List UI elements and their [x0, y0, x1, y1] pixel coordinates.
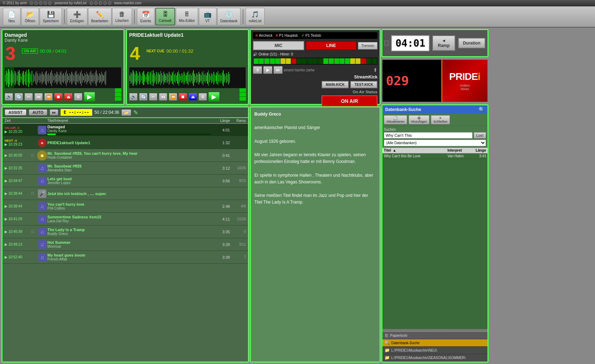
player1-pause-btn[interactable]: ⏸	[74, 93, 82, 101]
db-panel-title: Datenbank-Suche	[385, 107, 421, 112]
ramp-button[interactable]: ◄ Ramp	[432, 35, 455, 51]
title-bar: © 2011 by amh powered by mAirList www.ma…	[0, 0, 595, 6]
tb-neu-button[interactable]: 📄 Neu	[3, 8, 21, 25]
player1-waveform-svg	[5, 67, 121, 88]
player2-pause-btn[interactable]: ⏸	[198, 93, 207, 101]
table-row[interactable]: ▶ 10:30:55 ☐ ■ Mr. Saxobeat #ff26, You c…	[2, 149, 248, 162]
player2-eject-btn[interactable]: ⏏	[189, 93, 197, 101]
table-row[interactable]: ▶ 10:31:35 ♫ Mr. Saxobeat #ff26 Alexandr…	[2, 162, 248, 175]
pride-subtitle: Andershören.	[460, 84, 470, 91]
svg-rect-45	[53, 76, 54, 80]
player2-play-btn[interactable]: ▶	[208, 92, 220, 102]
streamkick-title: StreamKick	[322, 75, 377, 80]
search-input[interactable]	[384, 132, 473, 139]
playlist-edit-btn[interactable]: ✎	[133, 109, 138, 116]
tb-mixeditor-button[interactable]: 🎚 Mix-Editor	[176, 8, 198, 25]
sk-pause-btn[interactable]: ⏸	[253, 66, 262, 74]
svg-rect-13	[19, 70, 19, 86]
player2-loop-btn[interactable]: 🔄	[139, 93, 148, 101]
player2-start-btn[interactable]: ⏮	[159, 93, 167, 101]
player1-eject-btn[interactable]: ⏏	[64, 93, 73, 101]
player1-loop-btn[interactable]: 🔄	[15, 93, 23, 101]
db-folder-sommer[interactable]: 📁 L:\PRIDE1\Musikarchiv\SEASONAL\SOMMER\	[382, 354, 487, 362]
svg-rect-66	[76, 71, 76, 85]
player2-waveform	[129, 67, 246, 88]
player1-prev-btn[interactable]: ⏮	[34, 93, 43, 101]
table-row[interactable]: ▶ 10:34:47 ♫ Lets get loud Jennifer Lope…	[2, 175, 248, 187]
table-row[interactable]: NEXT -4 ▶ 10:29:23 ● PRIDE1aktuell Updat…	[2, 136, 248, 149]
db-folder-neu[interactable]: 📁 L:\PRIDE1\Musikarchiv\NEU\	[382, 347, 487, 354]
svg-rect-82	[93, 73, 93, 83]
db-aktualisieren-btn[interactable]: 🔄 Aktualisieren	[384, 115, 407, 124]
offnen-icon: 📂	[26, 11, 34, 18]
database-filter-select[interactable]: (Alle Datenbanken)	[384, 140, 486, 146]
tb-vt-button[interactable]: 📺 VT	[199, 8, 216, 25]
player2-scissors-btn[interactable]: ✂	[149, 93, 157, 101]
player2-back-btn[interactable]: ⏪	[169, 93, 177, 101]
svg-rect-164	[203, 71, 203, 85]
on-air-status-btn[interactable]: ON AIR	[322, 95, 377, 107]
sk-drag-hint: ement hierhin ziehe	[284, 68, 372, 72]
player1-back-btn[interactable]: ⏪	[44, 93, 53, 101]
tb-cartwall-button[interactable]: 🎛 Cartwall	[155, 8, 175, 25]
table-row[interactable]: ▶ 10:38:44 ♫ You can't hurry love Phil C…	[2, 200, 248, 213]
table-row[interactable]: ON AIR -3 ▶ 10:25:20 ♫ Damaged Danity Ka…	[2, 124, 248, 136]
tb-datenbank-button[interactable]: 💿 Datenbank	[217, 8, 241, 25]
test-kick-button[interactable]: TEST-KICK	[350, 81, 377, 88]
auto-button[interactable]: AUTO	[29, 109, 47, 116]
playlist-panel: ASSIST AUTO ⏭ E --:--:-- 50 / 22:04:36 📂…	[1, 106, 249, 363]
player1-play-btn[interactable]: ▶	[84, 92, 95, 102]
svg-rect-10	[16, 73, 16, 83]
tb-einfugen-button[interactable]: ➕ Einfügen	[67, 8, 87, 25]
player1-volume-btn[interactable]: 🔊	[5, 93, 13, 101]
table-row[interactable]: ▶ 10:45:39 ☐ ♫ The Lady Is a Tramp Buddy…	[2, 225, 248, 238]
svg-rect-94	[105, 71, 106, 85]
line-button[interactable]: LINE	[306, 41, 357, 50]
table-row[interactable]: ▶ 10:38:44 ☐ 🎤 Jetzt bin ich lesbisch , …	[2, 187, 248, 200]
tb-bearbeiten-button[interactable]: ✏️ Bearbeiten	[88, 8, 111, 25]
table-row[interactable]: ▶ 10:41:29 ♫ Summertime Sadness #sm15 La…	[2, 213, 248, 225]
trennen-button[interactable]: Trennen	[358, 42, 377, 49]
db-folder-papierkorb[interactable]: 🗑 Papierkorb	[382, 332, 487, 339]
player2-stop-btn[interactable]: ⏹	[179, 93, 187, 101]
db-schliessen-btn[interactable]: ✕ Schließen	[431, 115, 450, 124]
player1-scissors-btn[interactable]: ✂	[24, 93, 33, 101]
svg-rect-71	[81, 70, 82, 86]
pride-logo-i: i	[478, 71, 480, 82]
search-go-button[interactable]: Los!	[474, 132, 486, 139]
bearbeiten-icon: ✏️	[96, 11, 104, 18]
svg-rect-90	[101, 72, 102, 84]
svg-rect-72	[82, 74, 83, 82]
tb-loschen-button[interactable]: 🗑 Löschen	[112, 8, 132, 25]
player1-stop-btn[interactable]: ⏹	[54, 93, 63, 101]
main-kick-button[interactable]: MAIN-KICK	[322, 81, 349, 88]
skip-button[interactable]: ⏭	[50, 109, 58, 116]
svg-rect-16	[22, 73, 23, 83]
svg-rect-39	[47, 75, 48, 82]
playlist-load-btn[interactable]: 📂	[121, 109, 131, 116]
mic-button[interactable]: MIC	[253, 41, 304, 50]
db-panel-header: Datenbank-Suche 🔍	[382, 105, 487, 114]
row1-news-icon: ●	[38, 139, 46, 147]
tb-offnen-button[interactable]: 📂 Öffnen	[21, 8, 39, 25]
duration-button[interactable]: Duration	[458, 38, 485, 48]
svg-rect-14	[20, 74, 21, 82]
db-result-row[interactable]: Why Can't this Be Love Van Halen 3:43	[382, 153, 487, 159]
tb-mairlist-button[interactable]: 🎵 mAirList	[245, 8, 265, 25]
trash-icon: 🗑	[385, 333, 389, 338]
svg-rect-158	[196, 73, 197, 83]
db-folder-dbsearch[interactable]: 🔍 Datenbank-Suche	[382, 339, 487, 347]
db-hinzufugen-btn[interactable]: ➕ Hinzufügen	[409, 115, 430, 124]
svg-rect-131	[168, 75, 168, 82]
player2-panel: PRIDE1aktuell Update1 4 NEXT CUE 00:00 /…	[126, 29, 249, 105]
assist-button[interactable]: ASSIST	[5, 109, 27, 116]
sk-play-btn[interactable]: ▶	[263, 66, 272, 74]
info-line-6: Mit vier Jahren begann er bereits Klavie…	[254, 152, 376, 165]
tb-events-button[interactable]: 📅 Events	[137, 8, 155, 25]
tb-speichern-button[interactable]: 💾 Speichern	[40, 8, 62, 25]
sk-next-btn[interactable]: ⏭	[273, 66, 283, 74]
player2-volume-btn[interactable]: 🔊	[129, 93, 138, 101]
table-row[interactable]: ▶ 10:52:40 ♫ My heart goes boom French A…	[2, 251, 248, 264]
table-row[interactable]: ▶ 10:49:13 ♫ Hot Summer Monrose 3:28 3/1…	[2, 238, 248, 251]
svg-rect-12	[18, 72, 18, 84]
